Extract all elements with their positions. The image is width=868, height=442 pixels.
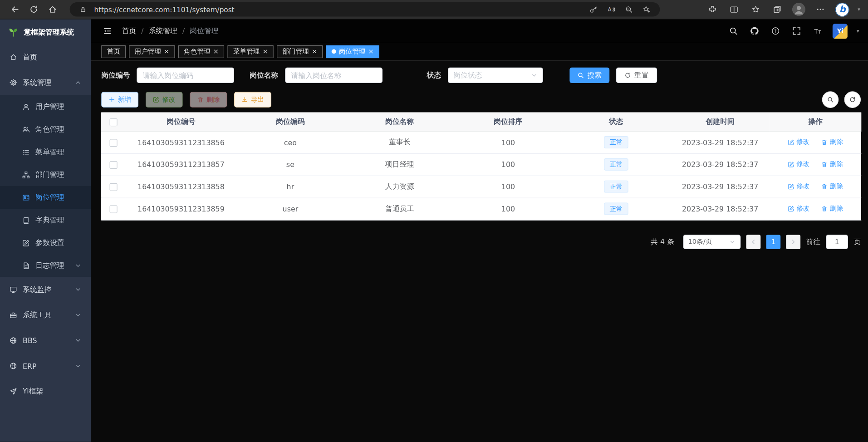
- sidebar-item-param-settings[interactable]: 参数设置: [0, 231, 91, 254]
- browser-profile-avatar[interactable]: [792, 3, 805, 16]
- row-edit-link[interactable]: 修改: [788, 138, 810, 147]
- row-checkbox[interactable]: [110, 205, 118, 213]
- row-edit-link[interactable]: 修改: [788, 160, 810, 169]
- font-size-icon[interactable]: TT: [812, 25, 824, 37]
- ellipsis-menu-icon[interactable]: [814, 3, 827, 16]
- address-bar[interactable]: https://ccnetcore.com:1101/system/post A: [70, 2, 660, 17]
- github-icon[interactable]: [749, 25, 761, 37]
- status-badge: 正常: [604, 158, 628, 171]
- close-icon[interactable]: ×: [262, 48, 268, 55]
- back-icon[interactable]: [5, 1, 24, 18]
- toggle-search-button[interactable]: [822, 91, 839, 108]
- export-button[interactable]: 导出: [234, 92, 271, 108]
- sidebar-item-erp[interactable]: ERP: [0, 353, 91, 378]
- delete-button[interactable]: 删除: [190, 92, 227, 108]
- post-name-input[interactable]: [285, 68, 383, 83]
- sidebar-item-system-mgmt[interactable]: 系统管理: [0, 70, 91, 95]
- chevron-down-icon[interactable]: ▾: [858, 7, 860, 12]
- reset-button[interactable]: 重置: [616, 68, 657, 83]
- page-size-select[interactable]: 10条/页: [683, 235, 740, 249]
- browser-toolbar: https://ccnetcore.com:1101/system/post A: [0, 0, 868, 20]
- tab-user-mgmt[interactable]: 用户管理 ×: [129, 45, 175, 58]
- dictionary-icon: [22, 216, 30, 224]
- favorites-bar-icon[interactable]: [749, 3, 762, 16]
- next-page-button[interactable]: [786, 235, 800, 249]
- browser-home-icon[interactable]: [43, 1, 62, 18]
- breadcrumb-home[interactable]: 首页: [122, 26, 136, 36]
- sidebar-item-user-mgmt[interactable]: 用户管理: [0, 95, 91, 118]
- select-all-checkbox[interactable]: [110, 118, 118, 126]
- tab-dept-mgmt[interactable]: 部门管理 ×: [277, 45, 323, 58]
- app-title: 意框架管理系统: [24, 27, 74, 37]
- zoom-out-icon[interactable]: [622, 3, 635, 16]
- split-screen-icon[interactable]: [728, 3, 741, 16]
- sidebar-item-log-mgmt[interactable]: 日志管理: [0, 254, 91, 277]
- user-avatar-logo[interactable]: Yi: [833, 24, 848, 39]
- refresh-icon[interactable]: [25, 1, 43, 18]
- dashboard-icon: [10, 53, 17, 61]
- sidebar-collapse-icon[interactable]: [100, 23, 115, 39]
- sidebar-menu: 首页 系统管理 用户管理: [0, 44, 91, 442]
- sidebar-item-system-tools[interactable]: 系统工具: [0, 302, 91, 328]
- sidebar-item-yi-framework[interactable]: Yi框架: [0, 378, 91, 404]
- table-header-row: 岗位编号 岗位编码 岗位名称 岗位排序 状态 创建时间 操作: [101, 113, 861, 131]
- table-row: 1641030593112313856 ceo 董事长 100 正常 2023-…: [101, 131, 861, 153]
- row-checkbox[interactable]: [110, 161, 118, 169]
- tab-home[interactable]: 首页: [101, 45, 126, 58]
- menu-list-icon: [22, 148, 30, 156]
- post-id-input[interactable]: [137, 68, 234, 83]
- breadcrumb-system[interactable]: 系统管理: [148, 26, 177, 36]
- tab-menu-mgmt[interactable]: 菜单管理 ×: [228, 45, 274, 58]
- bing-icon[interactable]: b: [836, 2, 850, 16]
- close-icon[interactable]: ×: [368, 48, 374, 55]
- close-icon[interactable]: ×: [312, 48, 317, 55]
- password-key-icon[interactable]: [587, 3, 600, 16]
- sidebar-item-home[interactable]: 首页: [0, 44, 91, 70]
- svg-text:T: T: [818, 30, 821, 34]
- collections-icon[interactable]: [771, 3, 784, 16]
- app-logo[interactable]: 意框架管理系统: [0, 20, 91, 44]
- chevron-down-icon: [75, 312, 82, 319]
- add-button[interactable]: 新增: [101, 92, 138, 108]
- search-button[interactable]: 搜索: [569, 68, 609, 83]
- tab-post-mgmt[interactable]: 岗位管理 ×: [326, 45, 379, 58]
- sidebar-item-dict-mgmt[interactable]: 字典管理: [0, 209, 91, 231]
- row-checkbox[interactable]: [110, 183, 118, 191]
- close-icon[interactable]: ×: [213, 48, 219, 55]
- row-delete-link[interactable]: 删除: [821, 204, 843, 213]
- page-number-button[interactable]: 1: [766, 235, 780, 249]
- goto-page-input[interactable]: [826, 235, 848, 249]
- row-delete-link[interactable]: 删除: [821, 138, 843, 147]
- sidebar-item-role-mgmt[interactable]: 角色管理: [0, 118, 91, 141]
- status-label: 状态: [410, 70, 441, 80]
- search-icon[interactable]: [728, 25, 740, 37]
- refresh-table-button[interactable]: [844, 91, 861, 108]
- col-post-name: 岗位名称: [344, 113, 455, 131]
- fullscreen-icon[interactable]: [791, 25, 803, 37]
- row-delete-link[interactable]: 删除: [821, 160, 843, 169]
- row-delete-link[interactable]: 删除: [821, 182, 843, 191]
- read-aloud-icon[interactable]: A: [604, 3, 618, 16]
- close-icon[interactable]: ×: [164, 48, 169, 55]
- tab-role-mgmt[interactable]: 角色管理 ×: [178, 45, 224, 58]
- edit-button[interactable]: 修改: [146, 92, 183, 108]
- favorite-star-icon[interactable]: [640, 3, 653, 16]
- sidebar-item-bbs[interactable]: BBS: [0, 328, 91, 353]
- goto-label: 前往: [806, 237, 820, 247]
- extensions-icon[interactable]: [706, 3, 719, 16]
- help-question-icon[interactable]: ?: [770, 25, 782, 37]
- prev-page-button[interactable]: [746, 235, 761, 249]
- toolbox-icon: [10, 311, 17, 319]
- row-edit-link[interactable]: 修改: [788, 182, 810, 191]
- chevron-down-icon[interactable]: ▾: [857, 28, 859, 34]
- breadcrumb-current: 岗位管理: [190, 26, 218, 36]
- sidebar-item-system-monitor[interactable]: 系统监控: [0, 277, 91, 302]
- row-checkbox[interactable]: [110, 139, 118, 147]
- sidebar-item-menu-mgmt[interactable]: 菜单管理: [0, 141, 91, 163]
- col-status: 状态: [561, 113, 671, 131]
- status-select[interactable]: 岗位状态: [448, 68, 543, 83]
- sidebar-item-post-mgmt[interactable]: 岗位管理: [0, 186, 91, 209]
- breadcrumb: 首页 / 系统管理 / 岗位管理: [122, 26, 218, 36]
- sidebar-item-dept-mgmt[interactable]: 部门管理: [0, 163, 91, 186]
- row-edit-link[interactable]: 修改: [788, 204, 810, 213]
